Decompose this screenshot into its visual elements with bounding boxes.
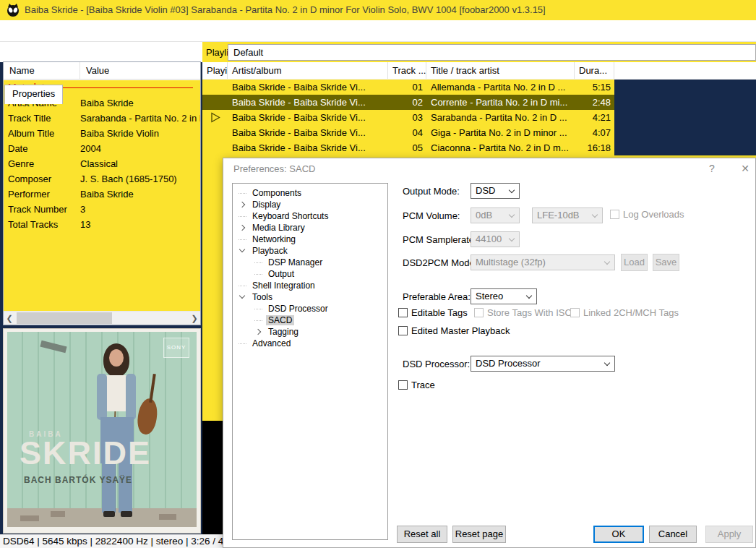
- checkbox-box: [398, 326, 408, 335]
- tab-properties[interactable]: Properties: [4, 85, 63, 104]
- reset-page-button[interactable]: Reset page: [452, 526, 506, 543]
- column-playing[interactable]: Playi...: [202, 62, 228, 79]
- figure-face: [109, 349, 124, 367]
- reset-all-button[interactable]: Reset all: [397, 526, 447, 543]
- property-row[interactable]: GenreClassical: [4, 156, 200, 171]
- column-header-value[interactable]: Value: [80, 62, 109, 79]
- property-row[interactable]: PerformerBaiba Skride: [4, 187, 200, 202]
- close-icon[interactable]: ✕: [736, 163, 754, 176]
- chevron-down-icon[interactable]: [239, 293, 245, 299]
- tree-item-media-library[interactable]: Media Library: [233, 222, 387, 234]
- scroll-right-arrow-icon[interactable]: ❯: [189, 312, 200, 325]
- preferences-tree: Components Display Keyboard Shortcuts Me…: [232, 183, 388, 540]
- track-row[interactable]: Baiba Skride - Baiba Skride Vi... 04 Gig…: [202, 125, 614, 140]
- checkbox-box: [398, 308, 408, 317]
- chevron-down-icon: [526, 293, 532, 299]
- column-filler: [614, 62, 756, 79]
- tree-item-output[interactable]: Output: [233, 268, 387, 280]
- edited-master-playback-checkbox[interactable]: Edited Master Playback: [398, 325, 510, 336]
- checkbox-box: [610, 210, 619, 219]
- figure-shoe: [103, 511, 115, 517]
- save-button[interactable]: Save: [653, 254, 679, 271]
- chevron-right-icon[interactable]: [255, 329, 261, 335]
- lfe-dropdown[interactable]: LFE-10dB: [532, 207, 603, 223]
- column-title[interactable]: Title / track artist: [426, 62, 575, 79]
- tree-item-advanced[interactable]: Advanced: [233, 338, 387, 349]
- property-row[interactable]: Album TitleBaiba Skride Violin: [4, 126, 200, 141]
- cover-artist-last-name: SKRIDE: [20, 434, 151, 472]
- tree-item-dsp-manager[interactable]: DSP Manager: [233, 257, 387, 268]
- window-title: Baiba Skride - [Baiba Skride Violin #03]…: [25, 4, 546, 15]
- properties-header: Name Value: [4, 62, 200, 80]
- scroll-left-arrow-icon[interactable]: ❮: [4, 312, 15, 325]
- property-row[interactable]: Track Number3: [4, 202, 200, 217]
- cell-track-number: 01: [388, 80, 426, 95]
- track-row[interactable]: Baiba Skride - Baiba Skride Vi... 05 Cia…: [202, 140, 614, 155]
- linked-2ch-mch-tags-checkbox[interactable]: Linked 2CH/MCH Tags: [570, 307, 679, 318]
- preferable-area-dropdown[interactable]: Stereo: [471, 288, 537, 304]
- pcm-samplerate-dropdown[interactable]: 44100: [471, 231, 520, 247]
- property-name: Album Title: [4, 126, 77, 141]
- cell-title: Giga - Partita No. 2 in D minor ...: [426, 125, 575, 140]
- playlist-selector-band: Playlist: Default: [202, 42, 756, 62]
- dsd2pcm-mode-dropdown[interactable]: Multistage (32fp): [471, 254, 615, 270]
- property-row[interactable]: Date2004: [4, 141, 200, 156]
- tree-item-tools[interactable]: Tools: [233, 291, 387, 303]
- column-artist-album[interactable]: Artist/album: [228, 62, 388, 79]
- tree-item-display[interactable]: Display: [233, 199, 387, 210]
- tree-item-networking[interactable]: Networking: [233, 234, 387, 245]
- log-overloads-checkbox[interactable]: Log Overloads: [610, 209, 684, 220]
- property-name: Composer: [4, 171, 77, 187]
- dsd-processor-label: DSD Processor:: [403, 359, 470, 369]
- output-mode-dropdown[interactable]: DSD: [471, 183, 520, 199]
- property-row[interactable]: Track TitleSarabanda - Partita No. 2 in …: [4, 111, 200, 126]
- property-name: Track Title: [4, 111, 77, 126]
- tree-item-dsd-processor[interactable]: DSD Processor: [233, 303, 387, 314]
- help-button[interactable]: ?: [703, 163, 721, 176]
- playlist-dropdown[interactable]: Default: [228, 44, 756, 61]
- tree-item-sacd[interactable]: SACD: [233, 314, 387, 326]
- chevron-right-icon[interactable]: [239, 225, 245, 231]
- figure-shirt: [105, 375, 128, 411]
- editable-tags-checkbox[interactable]: Editable Tags: [398, 307, 468, 318]
- dsd-processor-dropdown[interactable]: DSD Processor: [471, 356, 615, 372]
- playing-indicator-cell: [202, 125, 228, 140]
- property-row[interactable]: Total Tracks13: [4, 217, 200, 232]
- property-name: Genre: [4, 156, 77, 171]
- cell-title: Sarabanda - Partita No. 2 in D ...: [426, 110, 575, 125]
- cancel-button[interactable]: Cancel: [649, 526, 697, 543]
- track-row-playing[interactable]: Baiba Skride - Baiba Skride Vi... 03 Sar…: [202, 110, 614, 125]
- scrollbar-thumb[interactable]: [17, 312, 112, 324]
- cell-artist-album: Baiba Skride - Baiba Skride Vi...: [228, 110, 388, 125]
- tree-item-keyboard-shortcuts[interactable]: Keyboard Shortcuts: [233, 210, 387, 222]
- cell-artist-album: Baiba Skride - Baiba Skride Vi...: [228, 125, 388, 140]
- cover-plank-detail: [40, 341, 66, 353]
- figure-shoe: [121, 511, 132, 517]
- trace-checkbox[interactable]: Trace: [398, 380, 435, 390]
- column-header-name[interactable]: Name: [4, 62, 80, 79]
- column-track-number[interactable]: Track ...: [388, 62, 426, 79]
- apply-button[interactable]: Apply: [705, 526, 753, 543]
- title-bar[interactable]: Baiba Skride - [Baiba Skride Violin #03]…: [0, 0, 756, 20]
- column-duration[interactable]: Dura...: [575, 62, 614, 79]
- ok-button[interactable]: OK: [593, 526, 644, 543]
- track-row-selected[interactable]: Baiba Skride - Baiba Skride Vi... 02 Cor…: [202, 95, 614, 110]
- checkbox-box: [398, 380, 408, 390]
- tree-item-tagging[interactable]: Tagging: [233, 326, 387, 338]
- horizontal-scrollbar[interactable]: ❮ ❯: [4, 311, 200, 325]
- album-cover-image: BAIBA SKRIDE BACH BARTÓK YSAŸE SONY: [7, 332, 197, 527]
- property-row[interactable]: ComposerJ. S. Bach (1685-1750): [4, 171, 200, 187]
- tree-item-shell-integration[interactable]: Shell Integration: [233, 280, 387, 291]
- chevron-down-icon: [509, 187, 515, 193]
- chevron-down-icon[interactable]: [239, 247, 245, 252]
- tree-item-components[interactable]: Components: [233, 187, 387, 199]
- playing-indicator-cell: [202, 95, 228, 110]
- chevron-right-icon[interactable]: [239, 202, 245, 207]
- cell-track-number: 02: [388, 95, 426, 110]
- pcm-volume-dropdown[interactable]: 0dB: [471, 207, 520, 223]
- store-tags-with-iso-checkbox[interactable]: Store Tags With ISO: [474, 307, 572, 318]
- load-button[interactable]: Load: [621, 254, 648, 271]
- property-value: Baiba Skride: [77, 95, 200, 111]
- tree-item-playback[interactable]: Playback: [233, 245, 387, 257]
- track-row[interactable]: Baiba Skride - Baiba Skride Vi... 01 All…: [202, 80, 614, 95]
